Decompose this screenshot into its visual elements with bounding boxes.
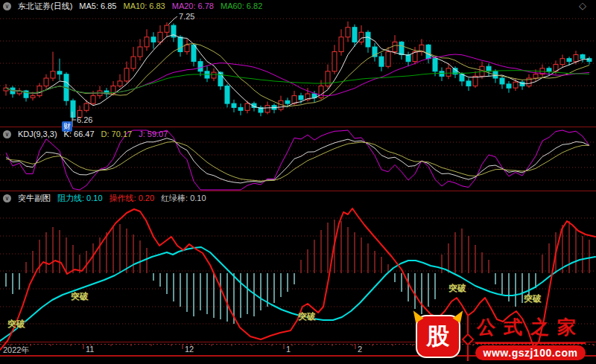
ma10-label: MA10: 6.83 bbox=[123, 1, 165, 10]
ma20-label: MA20: 6.78 bbox=[172, 1, 214, 10]
watermark-divider bbox=[467, 315, 469, 361]
watermark-site-name: 公式之家 bbox=[475, 315, 586, 344]
sub-indicator-name: 突牛副图 bbox=[18, 193, 51, 204]
diamond-icon: ◇ bbox=[579, 0, 586, 11]
main-window: 7.256.26财突破突破突破突破突破2022年111212 ∨ 东北证券(日线… bbox=[0, 0, 596, 364]
resistance-line-value: 阻力线: 0.10 bbox=[57, 193, 103, 204]
watermark-url: www.gszj100.com bbox=[475, 345, 586, 360]
kdj-k-value: K: 66.47 bbox=[64, 130, 95, 138]
kdj-j-value: J: 59.07 bbox=[139, 130, 168, 138]
chart-canvas[interactable] bbox=[0, 0, 596, 364]
collapse-icon[interactable]: ∨ bbox=[3, 130, 11, 138]
watermark-badge-text: 股 bbox=[427, 321, 450, 352]
watermark-text-block: 公式之家 www.gszj100.com bbox=[475, 315, 586, 360]
ma5-label: MA5: 6.85 bbox=[79, 1, 116, 10]
watermark: 股 公式之家 www.gszj100.com bbox=[416, 315, 586, 361]
collapse-icon[interactable]: ∨ bbox=[3, 194, 11, 202]
main-chart-header: ∨ 东北证券(日线) MA5: 6.85 MA10: 6.83 MA20: 6.… bbox=[0, 0, 262, 12]
sub-panel-header: ∨ 突牛副图 阻力线: 0.10 操作线: 0.20 红绿棒: 0.10 bbox=[0, 192, 206, 204]
diamond-separator-icon bbox=[462, 333, 475, 346]
kdj-indicator-name: KDJ(9,3,3) bbox=[18, 130, 57, 138]
operation-line-value: 操作线: 0.20 bbox=[110, 193, 155, 204]
collapse-icon[interactable]: ∨ bbox=[3, 2, 11, 10]
ma60-label: MA60: 6.82 bbox=[221, 1, 262, 10]
redgreen-bar-value: 红绿棒: 0.10 bbox=[161, 193, 206, 204]
kdj-panel-header: ∨ KDJ(9,3,3) K: 66.47 D: 70.17 J: 59.07 bbox=[0, 128, 168, 140]
kdj-d-value: D: 70.17 bbox=[101, 130, 133, 138]
watermark-bull-badge: 股 bbox=[416, 315, 460, 358]
symbol-period-label: 东北证券(日线) bbox=[18, 1, 72, 12]
